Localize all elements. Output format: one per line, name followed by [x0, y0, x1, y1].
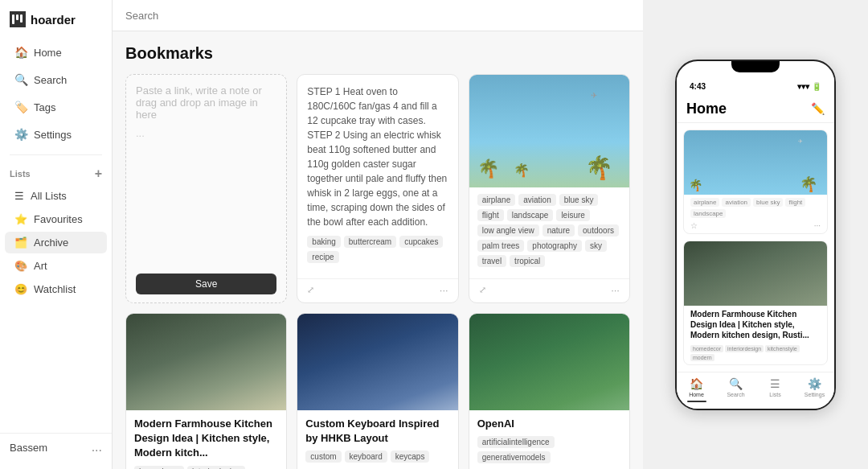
- phone-screen: Home ✏️ 🌴 🌴 ✈ airplane aviation blue sky…: [677, 94, 834, 372]
- archive-label: Archive: [34, 237, 68, 249]
- sidebar-item-archive[interactable]: 🗂️ Archive: [5, 232, 107, 253]
- favourites-label: Favourites: [34, 213, 83, 225]
- wifi-icon: ▾▾▾: [797, 82, 809, 91]
- svg-rect-1: [16, 14, 18, 20]
- main-content: Bookmarks Paste a link, write a note or …: [113, 0, 643, 469]
- sidebar-item-settings-label: Settings: [34, 129, 72, 141]
- phone-card-kitchen: Modern Farmhouse Kitchen Design Idea | K…: [683, 241, 828, 365]
- openai-tags: artificialintelligence generativemodels: [477, 436, 621, 463]
- sky-image: 🌴 🌴 🌴 ✈: [469, 75, 629, 187]
- phone-sky-card-footer: ☆ ···: [684, 220, 827, 233]
- keyboard-title: Custom Keyboard Inspired by HHKB Layout: [305, 417, 449, 446]
- phone-sky-star[interactable]: ☆: [690, 221, 698, 230]
- phone-settings-icon: ⚙️: [808, 377, 821, 390]
- phone-nav-lists-label: Lists: [769, 392, 780, 397]
- status-icons: ▾▾▾ 🔋: [797, 82, 821, 91]
- phone-screen-title: Home: [686, 101, 727, 117]
- sidebar-item-home-label: Home: [34, 47, 62, 59]
- save-button[interactable]: Save: [136, 274, 276, 294]
- sidebar-item-tags-label: Tags: [34, 101, 55, 113]
- sidebar-item-search-label: Search: [34, 74, 67, 86]
- svg-rect-0: [12, 14, 14, 24]
- phone-edit-icon[interactable]: ✏️: [811, 102, 825, 115]
- phone-nav-home-label: Home: [689, 392, 704, 397]
- phone-kitchen-image: [684, 241, 827, 306]
- bookmark-card-kitchen: Modern Farmhouse Kitchen Design Idea | K…: [125, 313, 287, 469]
- battery-icon: 🔋: [812, 82, 821, 91]
- phone-nav-search-label: Search: [727, 392, 744, 397]
- phone-nav-lists[interactable]: ☰ Lists: [755, 377, 795, 402]
- sidebar-item-art[interactable]: 🎨 Art: [5, 255, 107, 277]
- input-placeholder: Paste a link, write a note or drag and d…: [136, 84, 276, 121]
- phone-sky-more[interactable]: ···: [814, 221, 821, 230]
- bookmark-card-sky: 🌴 🌴 🌴 ✈ airplane aviation blue sky fligh…: [469, 74, 630, 303]
- phone-home-icon: 🏠: [690, 377, 703, 390]
- phone-sky-image: 🌴 🌴 ✈: [684, 130, 827, 195]
- phone-nav-settings[interactable]: ⚙️ Settings: [795, 377, 834, 402]
- recipe-tags: baking buttercream cupcakes recipe: [307, 236, 448, 263]
- tag-recipe[interactable]: recipe: [307, 251, 338, 263]
- phone-time: 4:43: [690, 82, 706, 91]
- phone-card-sky: 🌴 🌴 ✈ airplane aviation blue sky flight …: [683, 130, 828, 234]
- home-icon: 🏠: [14, 46, 27, 59]
- art-icon: 🎨: [14, 260, 27, 272]
- bookmarks-title: Bookmarks: [125, 44, 630, 63]
- sky-more[interactable]: ···: [611, 284, 620, 296]
- archive-icon: 🗂️: [14, 237, 27, 249]
- keyboard-tags: custom keyboard keycaps: [305, 450, 449, 463]
- sidebar-item-search[interactable]: 🔍 Search: [5, 67, 107, 93]
- kitchen-image: [126, 314, 286, 410]
- bookmark-card-openai: OpenAI artificialintelligence generative…: [469, 313, 630, 469]
- user-menu-button[interactable]: ...: [92, 440, 102, 455]
- openai-title: OpenAI: [477, 417, 621, 431]
- watchlist-icon: 😊: [14, 283, 27, 295]
- watchlist-label: Watchlist: [34, 283, 76, 295]
- sidebar-item-settings[interactable]: ⚙️ Settings: [5, 121, 107, 147]
- phone-nav-settings-label: Settings: [805, 392, 825, 397]
- sidebar-item-all-lists[interactable]: ☰ All Lists: [5, 185, 107, 207]
- sidebar-item-home[interactable]: 🏠 Home: [5, 39, 107, 65]
- sidebar-footer: Bassem ...: [0, 433, 112, 461]
- tag-buttercream[interactable]: buttercream: [344, 236, 396, 248]
- tag-baking[interactable]: baking: [307, 236, 340, 248]
- phone-mockup: 4:43 ▾▾▾ 🔋 Home ✏️ 🌴 🌴 ✈ airplane a: [675, 60, 836, 410]
- kitchen-title: Modern Farmhouse Kitchen Design Idea | K…: [134, 417, 278, 461]
- sidebar-divider: [10, 154, 102, 155]
- openai-image: [469, 314, 629, 410]
- search-input[interactable]: [125, 10, 630, 22]
- bookmark-input-card[interactable]: Paste a link, write a note or drag and d…: [125, 74, 287, 303]
- add-list-button[interactable]: +: [95, 167, 102, 181]
- phone-panel: 4:43 ▾▾▾ 🔋 Home ✏️ 🌴 🌴 ✈ airplane a: [643, 0, 868, 469]
- sidebar-item-favourites[interactable]: ⭐ Favourites: [5, 208, 107, 230]
- input-placeholder2: ...: [136, 127, 276, 139]
- keyboard-image: [297, 314, 457, 410]
- sky-expand[interactable]: ⤢: [479, 285, 486, 295]
- lists-label: Lists: [10, 169, 31, 179]
- bookmark-card-keyboard: Custom Keyboard Inspired by HHKB Layout …: [297, 313, 458, 469]
- sidebar-item-tags[interactable]: 🏷️ Tags: [5, 94, 107, 120]
- bookmarks-container: Bookmarks Paste a link, write a note or …: [113, 31, 643, 469]
- bookmark-card-recipe: STEP 1 Heat oven to 180C/160C fan/gas 4 …: [297, 74, 458, 303]
- all-lists-label: All Lists: [31, 190, 67, 202]
- svg-rect-2: [20, 14, 23, 23]
- tag-cupcakes[interactable]: cupcakes: [399, 236, 443, 248]
- logo-icon: [10, 11, 26, 27]
- favourites-icon: ⭐: [14, 213, 27, 225]
- all-lists-icon: ☰: [14, 190, 24, 202]
- sky-card-footer: ⤢ ···: [469, 278, 629, 302]
- phone-nav-home[interactable]: 🏠 Home: [677, 377, 716, 402]
- tags-icon: 🏷️: [14, 101, 27, 113]
- phone-bottom-nav: 🏠 Home 🔍 Search ☰ Lists ⚙️ Settings: [677, 372, 834, 409]
- recipe-text: STEP 1 Heat oven to 180C/160C fan/gas 4 …: [307, 84, 448, 229]
- phone-nav-search[interactable]: 🔍 Search: [716, 377, 755, 402]
- user-name: Bassem: [10, 442, 47, 454]
- phone-lists-icon: ☰: [770, 377, 780, 390]
- phone-kitchen-tags: homedecor interiordesign kitchenstyle mo…: [684, 344, 827, 364]
- lists-section-header: Lists +: [0, 162, 112, 184]
- app-logo: hoarder: [0, 8, 112, 39]
- recipe-more[interactable]: ···: [440, 284, 448, 296]
- recipe-expand[interactable]: ⤢: [307, 285, 314, 295]
- sidebar-item-watchlist[interactable]: 😊 Watchlist: [5, 278, 107, 300]
- settings-icon: ⚙️: [14, 128, 27, 141]
- recipe-card-footer: ⤢ ···: [297, 278, 457, 302]
